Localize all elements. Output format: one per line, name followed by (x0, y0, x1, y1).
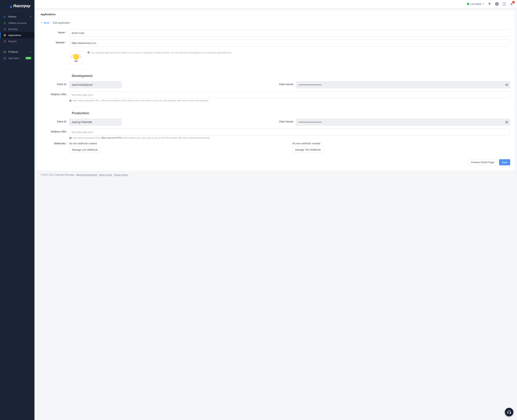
sidebar-section-label: Products (8, 50, 18, 53)
svg-point-15 (506, 122, 507, 123)
mode-label: Live Mode (470, 3, 481, 5)
reveal-secret-button[interactable] (505, 120, 508, 124)
svg-rect-7 (4, 52, 4, 53)
sidebar-item-reports[interactable]: Reports (0, 38, 34, 44)
info-icon: i (69, 99, 72, 102)
sidebar-item-label: Earnings (8, 28, 18, 30)
dev-client-secret-label: Client Secret (277, 82, 293, 86)
dev-client-id-label: Client ID (41, 82, 66, 86)
prod-client-id-input (69, 119, 121, 126)
dev-client-secret-input (296, 82, 510, 88)
sidebar-item-app-store[interactable]: App Store NEW (0, 55, 34, 61)
save-button[interactable]: Save (499, 159, 510, 165)
gear-icon (3, 34, 6, 37)
prod-client-secret-label: Client Secret (277, 119, 293, 123)
mode-selector[interactable]: Live Mode (467, 3, 484, 5)
back-link[interactable]: Back (41, 21, 49, 24)
svg-point-13 (511, 3, 512, 4)
svg-rect-10 (5, 57, 6, 58)
eye-icon (505, 120, 508, 124)
icon-hint: i Your uploaded app icon will be shown t… (87, 51, 231, 54)
preview-oauth-button[interactable]: Preview OAuth Page (468, 159, 497, 165)
footer-copyright: © 2017-2022 Copyright Razorpay · (41, 174, 76, 176)
chevron-up-icon (30, 16, 31, 17)
svg-rect-6 (5, 51, 6, 52)
prod-redirect-input[interactable] (69, 129, 510, 135)
sidebar-item-earnings[interactable]: Earnings (0, 26, 34, 32)
live-webhook-status: No live webhook created (69, 142, 287, 145)
dev-redirect-label: Redirect URIs (41, 91, 66, 96)
people-icon (3, 15, 6, 18)
bank-icon (3, 22, 6, 24)
website-label: Website (41, 40, 66, 44)
help-fab[interactable] (505, 408, 513, 416)
chevron-down-icon (483, 4, 484, 4)
prod-redirect-hint: i Add comma separated URIs. URIs must be… (69, 137, 510, 139)
manage-live-webhook-button[interactable]: Manage Live Webhook (69, 147, 100, 153)
svg-point-0 (4, 16, 5, 16)
bell-icon[interactable] (488, 2, 491, 6)
notification-count-badge: 2 (512, 1, 515, 4)
svg-rect-11 (4, 58, 4, 59)
apps-icon (3, 57, 6, 60)
dev-client-id-input (69, 82, 121, 88)
dev-redirect-input[interactable] (69, 91, 510, 98)
prod-redirect-label: Redirect URIs (41, 129, 66, 133)
svg-rect-12 (5, 58, 6, 59)
target-icon (3, 28, 6, 30)
report-icon (3, 40, 6, 43)
headset-icon (507, 410, 511, 414)
user-menu[interactable]: 2 (510, 2, 513, 6)
prod-client-id-label: Client ID (41, 119, 66, 123)
brand-logo[interactable]: Razorpay (3, 3, 31, 12)
eye-icon (505, 83, 508, 86)
svg-rect-8 (5, 52, 6, 53)
activity-icon[interactable] (495, 2, 499, 6)
sidebar-section-label: Partner (8, 15, 16, 18)
prod-client-secret-input (296, 119, 510, 126)
sidebar-item-label: Applications (8, 34, 21, 37)
svg-point-1 (5, 16, 5, 16)
svg-point-3 (4, 29, 5, 30)
info-icon: i (69, 137, 72, 139)
sidebar-item-affiliate-accounts[interactable]: Affiliate Accounts (0, 20, 34, 26)
sidebar-section-partner[interactable]: Partner (0, 14, 34, 20)
apps-grid-icon[interactable] (503, 2, 506, 6)
manage-test-webhook-button[interactable]: Manage Test Webhook (293, 147, 324, 153)
terms-of-use-link[interactable]: Terms of Use (99, 174, 112, 176)
page-title: Applications (37, 10, 515, 18)
test-webhook-status: No test webhook created (293, 142, 510, 145)
website-input[interactable] (69, 40, 510, 46)
name-label: Name (41, 30, 66, 34)
new-badge: NEW (25, 57, 31, 59)
breadcrumb-current: Edit Application (53, 21, 70, 24)
svg-rect-16 (508, 412, 508, 413)
chevron-down-icon (30, 52, 31, 52)
webhooks-label: Webhooks: (41, 142, 66, 145)
dev-redirect-hint: i Add comma separated URIs. URI can be l… (69, 99, 510, 102)
lightbulb-icon (72, 54, 80, 62)
sidebar-item-applications[interactable]: Applications (0, 32, 34, 38)
svg-rect-17 (510, 412, 511, 413)
sidebar-section-products[interactable]: Products (0, 49, 34, 55)
app-icon-upload[interactable] (69, 51, 83, 65)
production-section-title: Production: (72, 111, 510, 115)
breadcrumb: Back / Edit Application (37, 18, 515, 26)
reveal-secret-button[interactable] (505, 83, 508, 86)
sidebar-item-label: App Store (8, 57, 19, 60)
development-section-title: Development: (72, 74, 510, 78)
svg-rect-5 (4, 51, 4, 52)
sidebar: Razorpay Partner Affiliate Accounts Earn… (0, 0, 34, 420)
svg-point-2 (4, 28, 6, 30)
svg-rect-9 (4, 57, 4, 58)
merchant-agreement-link[interactable]: Merchant Agreement (76, 174, 97, 176)
sidebar-item-label: Reports (8, 40, 17, 43)
svg-point-14 (506, 84, 507, 85)
footer: © 2017-2022 Copyright Razorpay · Merchan… (37, 171, 515, 181)
breadcrumb-separator: / (51, 21, 52, 24)
topbar: Live Mode 2 (34, 0, 517, 8)
name-input[interactable] (69, 30, 510, 36)
arrow-left-icon (41, 22, 43, 24)
privacy-policy-link[interactable]: Privacy Policy (114, 174, 128, 176)
logo-mark-icon (10, 5, 12, 8)
